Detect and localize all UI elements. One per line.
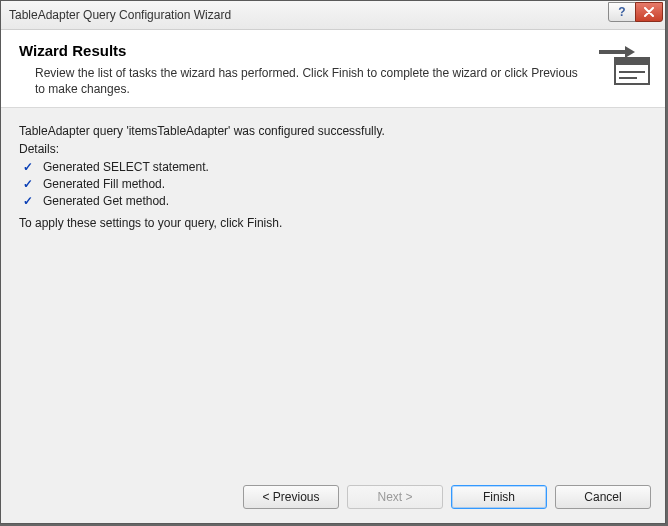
wizard-body: TableAdapter query 'itemsTableAdapter' w… xyxy=(1,108,665,475)
details-item-text: Generated SELECT statement. xyxy=(43,160,209,174)
check-icon: ✓ xyxy=(23,195,37,207)
wizard-footer: < Previous Next > Finish Cancel xyxy=(1,475,665,523)
close-icon xyxy=(643,7,655,17)
wizard-description: Review the list of tasks the wizard has … xyxy=(35,65,589,97)
details-item-text: Generated Get method. xyxy=(43,194,169,208)
status-line: TableAdapter query 'itemsTableAdapter' w… xyxy=(19,124,647,138)
window-controls: ? xyxy=(609,2,665,22)
wizard-heading: Wizard Results xyxy=(19,42,589,59)
svg-rect-1 xyxy=(615,58,649,65)
next-button: Next > xyxy=(347,485,443,509)
check-icon: ✓ xyxy=(23,161,37,173)
close-button[interactable] xyxy=(635,2,663,22)
window-title: TableAdapter Query Configuration Wizard xyxy=(9,8,609,22)
help-icon: ? xyxy=(618,5,625,19)
finish-button[interactable]: Finish xyxy=(451,485,547,509)
help-button[interactable]: ? xyxy=(608,2,636,22)
apply-hint: To apply these settings to your query, c… xyxy=(19,216,647,230)
details-label: Details: xyxy=(19,142,647,156)
wizard-header-text: Wizard Results Review the list of tasks … xyxy=(19,40,599,97)
cancel-button[interactable]: Cancel xyxy=(555,485,651,509)
title-bar: TableAdapter Query Configuration Wizard … xyxy=(1,1,665,30)
details-item-text: Generated Fill method. xyxy=(43,177,165,191)
details-item: ✓ Generated SELECT statement. xyxy=(19,160,647,174)
details-item: ✓ Generated Fill method. xyxy=(19,177,647,191)
wizard-header: Wizard Results Review the list of tasks … xyxy=(1,30,665,108)
details-item: ✓ Generated Get method. xyxy=(19,194,647,208)
wizard-icon xyxy=(599,42,651,88)
details-list: ✓ Generated SELECT statement. ✓ Generate… xyxy=(19,160,647,208)
check-icon: ✓ xyxy=(23,178,37,190)
previous-button[interactable]: < Previous xyxy=(243,485,339,509)
dialog-window: TableAdapter Query Configuration Wizard … xyxy=(0,0,666,524)
